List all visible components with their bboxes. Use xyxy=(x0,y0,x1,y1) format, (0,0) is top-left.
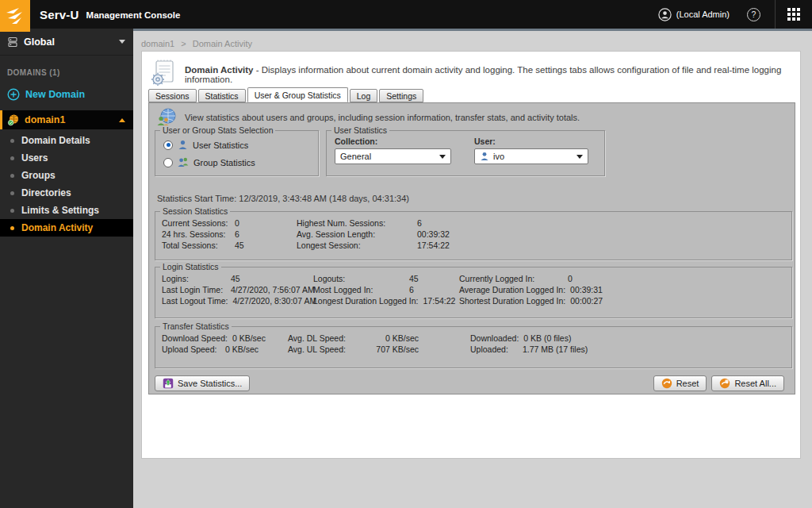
login-statistics-box: Login Statistics Logins:45Last Login Tim… xyxy=(155,267,792,318)
stat-label: Longest Session: xyxy=(297,240,417,251)
stat-value: 17:54:22 xyxy=(417,240,450,251)
group-icon xyxy=(178,157,189,167)
radio-unselected-icon[interactable] xyxy=(163,158,173,167)
stat-row: Average Duration Logged In:00:39:31 xyxy=(459,284,603,295)
new-domain-button[interactable]: New Domain xyxy=(0,77,133,110)
save-statistics-label: Save Statistics... xyxy=(178,379,242,388)
sidebar-item-groups[interactable]: Groups xyxy=(0,167,133,184)
tab-settings[interactable]: Settings xyxy=(379,89,423,102)
stat-value: 0 KB/sec xyxy=(232,333,266,344)
reset-button[interactable]: Reset xyxy=(653,375,707,391)
account-menu[interactable]: (Local Admin) xyxy=(658,8,730,21)
user-dropdown[interactable]: ivo xyxy=(474,148,588,164)
radio-selected-icon[interactable] xyxy=(163,140,173,150)
stat-value: 1.77 MB (17 files) xyxy=(523,344,588,355)
stat-row: Longest Duration Logged In:17:54:22 xyxy=(313,295,455,306)
stat-label: Logouts: xyxy=(313,273,409,284)
sidebar-item-domain-details[interactable]: Domain Details xyxy=(0,132,133,149)
transfer-col-b: Avg. DL Speed:0 KB/secAvg. UL Speed:707 … xyxy=(288,333,419,355)
user-label: User: xyxy=(474,137,496,146)
plus-circle-icon xyxy=(7,88,20,101)
top-accent-strip xyxy=(133,29,812,31)
stat-label: Highest Num. Sessions: xyxy=(297,217,417,229)
subitem-label: Directories xyxy=(21,187,71,198)
main-area: domain1 > Domain Activity Domain Activit… xyxy=(133,29,812,508)
sidebar-item-limits-settings[interactable]: Limits & Settings xyxy=(0,202,133,219)
subitem-label: Limits & Settings xyxy=(21,205,99,216)
sidebar-item-domain1[interactable]: domain1 xyxy=(0,110,133,129)
login-col-c: Currently Logged In:0Average Duration Lo… xyxy=(459,273,603,306)
breadcrumb-separator: > xyxy=(181,39,186,48)
statistics-start-time: Statistics Start Time: 12/3/2019, 3:43:4… xyxy=(157,194,409,203)
reset-all-button[interactable]: Reset All... xyxy=(711,375,784,391)
tab-user-group-statistics[interactable]: User & Group Statistics xyxy=(247,87,348,102)
stat-row: Avg. Session Length:00:39:32 xyxy=(297,229,450,240)
stat-label: Avg. Session Length: xyxy=(297,229,417,240)
stat-row: Last Login Time:4/27/2020, 7:56:07 AM xyxy=(162,284,316,295)
stat-value: 45 xyxy=(235,240,244,251)
session-col-a: Current Sessions:024 hrs. Sessions:6Tota… xyxy=(162,217,244,251)
breadcrumb-current: Domain Activity xyxy=(193,39,252,48)
breadcrumb-domain1[interactable]: domain1 xyxy=(141,39,174,48)
stat-row: Shortest Duration Logged In:00:00:27 xyxy=(459,295,603,306)
stat-label: Last Login Time: xyxy=(162,284,231,295)
session-statistics-box: Session Statistics Current Sessions:024 … xyxy=(155,211,792,260)
apps-grid-button[interactable] xyxy=(776,0,812,29)
stat-value: 17:54:22 xyxy=(423,295,456,306)
save-statistics-button[interactable]: Save Statistics... xyxy=(155,375,250,391)
tab-statistics[interactable]: Statistics xyxy=(198,89,246,102)
brand: Serv-U Management Console xyxy=(40,0,180,29)
radio-label: Group Statistics xyxy=(193,158,255,167)
help-icon[interactable]: ? xyxy=(747,8,760,21)
domain-subitems: Domain Details Users Groups Directories … xyxy=(0,129,133,237)
domain1-label: domain1 xyxy=(25,114,114,125)
account-label: (Local Admin) xyxy=(676,10,730,19)
user-value: ivo xyxy=(493,152,504,161)
stat-value: 45 xyxy=(409,273,419,284)
sidebar: Global DOMAINS (1) New Domain domain1 Do… xyxy=(0,29,133,508)
bullet-icon xyxy=(10,191,14,195)
stat-value: 00:39:31 xyxy=(570,284,603,295)
stat-row: Last Logout Time:4/27/2020, 8:30:07 AM xyxy=(162,295,316,306)
sidebar-item-domain-activity[interactable]: Domain Activity xyxy=(0,219,133,237)
stat-label: 24 hrs. Sessions: xyxy=(162,229,235,240)
sidebar-item-global[interactable]: Global xyxy=(0,29,133,56)
tab-bar: Sessions Statistics User & Group Statist… xyxy=(148,87,423,102)
tab-sessions[interactable]: Sessions xyxy=(148,89,197,102)
stat-value: 45 xyxy=(231,273,240,284)
user-icon xyxy=(480,152,489,161)
stat-label: Avg. UL Speed: xyxy=(288,344,351,355)
panel-intro: View statistics about users and groups, … xyxy=(155,108,580,127)
stat-row: Current Sessions:0 xyxy=(162,217,244,229)
radio-group-statistics[interactable]: Group Statistics xyxy=(163,157,255,167)
stat-value: 00:39:32 xyxy=(417,229,450,240)
stat-value: 0 xyxy=(568,273,573,284)
user-circle-icon xyxy=(658,8,672,21)
radio-user-statistics[interactable]: User Statistics xyxy=(163,140,248,150)
stat-value: 0 KB (0 files) xyxy=(523,333,571,344)
stat-row: Download Speed:0 KB/sec xyxy=(162,333,266,344)
bullet-icon xyxy=(10,226,14,230)
sidebar-item-users[interactable]: Users xyxy=(0,149,133,167)
stat-label: Last Logout Time: xyxy=(162,295,232,306)
subitem-label: Domain Activity xyxy=(21,222,93,233)
stat-value: 707 KB/sec xyxy=(351,344,419,355)
tab-log[interactable]: Log xyxy=(350,89,378,102)
collection-dropdown[interactable]: General xyxy=(335,148,451,164)
stat-label: Current Sessions: xyxy=(162,217,235,229)
user-icon xyxy=(178,140,188,150)
transfer-statistics-box: Transfer Statistics Download Speed:0 KB/… xyxy=(155,326,792,368)
stat-row: Most Logged In:6 xyxy=(313,284,455,295)
session-col-b: Highest Num. Sessions:6Avg. Session Leng… xyxy=(297,217,450,251)
sidebar-item-directories[interactable]: Directories xyxy=(0,184,133,202)
stat-value: 4/27/2020, 7:56:07 AM xyxy=(231,284,315,295)
statbox-legend: Transfer Statistics xyxy=(160,321,232,331)
page-title: Domain Activity xyxy=(185,65,253,75)
solarwinds-logo-icon[interactable] xyxy=(0,0,30,32)
brand-name: Serv-U xyxy=(40,8,79,21)
collection-value: General xyxy=(340,152,371,161)
stat-label: Average Duration Logged In: xyxy=(459,284,570,295)
subitem-label: Users xyxy=(21,152,48,164)
stat-label: Longest Duration Logged In: xyxy=(313,295,423,306)
apps-grid-icon xyxy=(787,8,800,21)
